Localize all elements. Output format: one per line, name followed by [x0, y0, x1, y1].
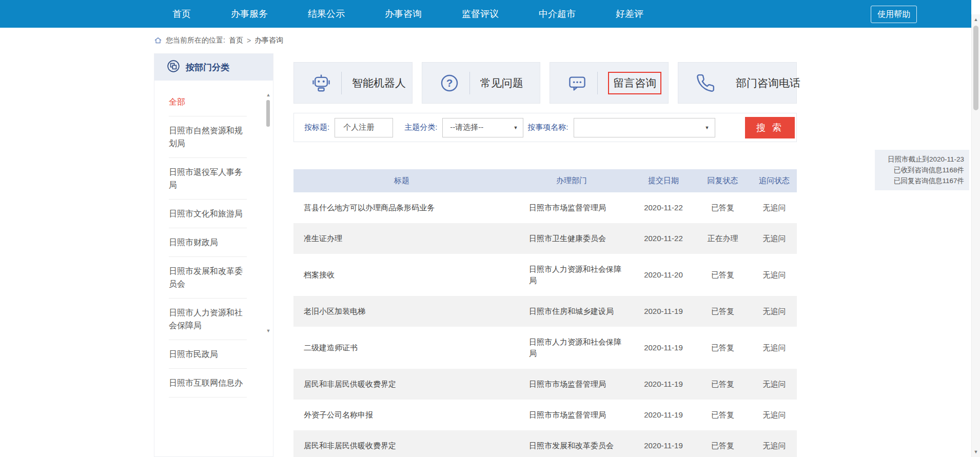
nav-item[interactable]: 办事咨询 [385, 8, 422, 20]
table-row: 老旧小区加装电梯 日照市住房和城乡建设局 2020-11-19 已答复 无追问 [293, 296, 797, 327]
scrollbar-down-icon[interactable]: ▼ [972, 448, 980, 456]
row-followup-status: 无追问 [752, 327, 797, 369]
chevron-down-icon: ▼ [513, 125, 518, 130]
row-title-link[interactable]: 莒县什么地方可以办理商品条形码业务 [293, 192, 510, 223]
nav-item[interactable]: 监督评议 [462, 8, 499, 20]
row-followup-status: 无追问 [752, 430, 797, 457]
tab-faq[interactable]: ? 常见问题 [422, 62, 541, 104]
tab-smart-robot-label: 智能机器人 [352, 76, 406, 90]
sidebar-scroll-down-icon[interactable]: ▼ [265, 328, 271, 334]
row-date: 2020-11-22 [633, 192, 694, 223]
row-reply-status: 已答复 [694, 400, 752, 430]
nav-item[interactable]: 结果公示 [308, 8, 345, 20]
row-title-link[interactable]: 外资子公司名称申报 [293, 400, 510, 430]
topic-filter-label: 主题分类: [404, 123, 437, 132]
row-department: 日照市市场监督管理局 [510, 369, 633, 400]
breadcrumb-current[interactable]: 办事咨询 [254, 36, 283, 45]
row-title-link[interactable]: 老旧小区加装电梯 [293, 296, 510, 327]
breadcrumb-separator: > [247, 36, 251, 45]
row-department: 日照市卫生健康委员会 [510, 223, 633, 254]
sidebar-title: 按部门分类 [186, 62, 229, 73]
title-search-input[interactable] [335, 118, 393, 137]
col-header-reply-status: 回复状态 [694, 169, 752, 192]
row-department: 日照市发展和改革委员会 [510, 430, 633, 457]
table-row: 居民和非居民供暖收费界定 日照市发展和改革委员会 2020-11-19 已答复 … [293, 430, 797, 457]
sidebar-scrollbar[interactable] [266, 100, 270, 127]
nav-item[interactable]: 好差评 [616, 8, 643, 20]
breadcrumb: 您当前所在的位置: 首页 > 办事咨询 [0, 28, 971, 53]
tab-department-phone-label: 部门咨询电话 [736, 76, 800, 90]
scrollbar-up-icon[interactable]: ▲ [972, 15, 980, 24]
row-title-link[interactable]: 档案接收 [293, 254, 510, 296]
row-department: 日照市市场监督管理局 [510, 192, 633, 223]
breadcrumb-home-link[interactable]: 首页 [229, 36, 243, 45]
consult-channel-tabs: 智能机器人 ? 常见问题 [293, 62, 797, 104]
col-header-title: 标题 [293, 169, 510, 192]
tab-smart-robot[interactable]: 智能机器人 [293, 62, 413, 104]
tab-department-phone[interactable]: 部门咨询电话 [678, 62, 797, 104]
row-reply-status: 已答复 [694, 296, 752, 327]
consultation-table: 标题 办理部门 提交日期 回复状态 追问状态 莒县什么地方可以办理商品条形码业务… [293, 169, 797, 457]
row-department: 日照市人力资源和社会保障局 [510, 327, 633, 369]
tab-message-consult[interactable]: 留言咨询 [550, 62, 669, 104]
page-scrollbar[interactable]: ▲ ▼ [971, 14, 980, 457]
nav-item[interactable]: 首页 [172, 8, 191, 20]
breadcrumb-prefix: 您当前所在的位置: [166, 36, 225, 45]
topic-select[interactable]: --请选择-- ▼ [442, 118, 523, 137]
sidebar-scroll-up-icon[interactable]: ▲ [265, 92, 271, 98]
tab-faq-label: 常见问题 [480, 76, 523, 90]
row-followup-status: 无追问 [752, 400, 797, 430]
department-category-icon [167, 59, 180, 75]
help-button[interactable]: 使用帮助 [871, 6, 917, 23]
chat-icon [567, 73, 587, 93]
row-reply-status: 已答复 [694, 327, 752, 369]
tab-divider [469, 72, 470, 94]
col-header-followup-status: 追问状态 [752, 169, 797, 192]
sidebar-item-department[interactable]: 全部 [169, 88, 247, 116]
col-header-date: 提交日期 [633, 169, 694, 192]
table-row: 莒县什么地方可以办理商品条形码业务 日照市市场监督管理局 2020-11-22 … [293, 192, 797, 223]
sidebar-item-department[interactable]: 日照市文化和旅游局 [169, 200, 247, 228]
col-header-department: 办理部门 [510, 169, 633, 192]
sidebar-item-department[interactable]: 日照市自然资源和规划局 [169, 116, 247, 158]
nav-item[interactable]: 中介超市 [539, 8, 576, 20]
row-title-link[interactable]: 二级建造师证书 [293, 327, 510, 369]
search-panel: 按标题: 主题分类: --请选择-- ▼ 按事项名称: ▼ 搜 索 [293, 113, 797, 142]
row-reply-status: 已答复 [694, 254, 752, 296]
row-date: 2020-11-19 [633, 296, 694, 327]
row-date: 2020-11-19 [633, 400, 694, 430]
item-select[interactable]: ▼ [574, 118, 715, 137]
sidebar-item-department[interactable]: 日照市民政局 [169, 340, 247, 369]
sidebar-item-department[interactable]: 日照市人力资源和社会保障局 [169, 299, 247, 340]
nav-item[interactable]: 办事服务 [231, 8, 268, 20]
sidebar-item-department[interactable]: 日照市财政局 [169, 228, 247, 257]
consultation-stats-box: 日照市截止到2020-11-23 已收到咨询信息1168件 已回复咨询信息116… [875, 150, 969, 190]
department-list: 全部 日照市自然资源和规划局 日照市退役军人事务局 日照市文化和旅游局 日照市财… [154, 81, 273, 398]
item-filter-label: 按事项名称: [527, 123, 568, 132]
row-title-link[interactable]: 居民和非居民供暖收费界定 [293, 430, 510, 457]
tab-divider [597, 72, 598, 94]
stats-line: 日照市截止到2020-11-23 [880, 154, 964, 165]
topic-select-value: --请选择-- [450, 123, 510, 132]
table-row: 外资子公司名称申报 日照市市场监督管理局 2020-11-19 已答复 无追问 [293, 400, 797, 430]
row-title-link[interactable]: 居民和非居民供暖收费界定 [293, 369, 510, 400]
search-button[interactable]: 搜 索 [745, 117, 795, 138]
phone-icon [696, 73, 715, 93]
scrollbar-thumb[interactable] [973, 26, 978, 110]
sidebar-item-department[interactable]: 日照市互联网信息办 [169, 369, 247, 398]
row-date: 2020-11-19 [633, 369, 694, 400]
title-filter-label: 按标题: [304, 123, 329, 132]
sidebar-item-department[interactable]: 日照市退役军人事务局 [169, 158, 247, 200]
top-nav-bar: 首页 办事服务 结果公示 办事咨询 监督评议 中介超市 好差评 使用帮助 [0, 0, 971, 28]
row-reply-status: 已答复 [694, 430, 752, 457]
row-date: 2020-11-19 [633, 430, 694, 457]
question-icon: ? [440, 73, 459, 93]
row-reply-status: 正在办理 [694, 223, 752, 254]
sidebar-department-filter: 按部门分类 全部 日照市自然资源和规划局 日照市退役军人事务局 日照市文化和旅游… [154, 53, 273, 457]
table-row: 二级建造师证书 日照市人力资源和社会保障局 2020-11-19 已答复 无追问 [293, 327, 797, 369]
sidebar-header: 按部门分类 [154, 54, 273, 81]
row-title-link[interactable]: 准生证办理 [293, 223, 510, 254]
row-date: 2020-11-22 [633, 223, 694, 254]
row-followup-status: 无追问 [752, 223, 797, 254]
sidebar-item-department[interactable]: 日照市发展和改革委员会 [169, 257, 247, 299]
